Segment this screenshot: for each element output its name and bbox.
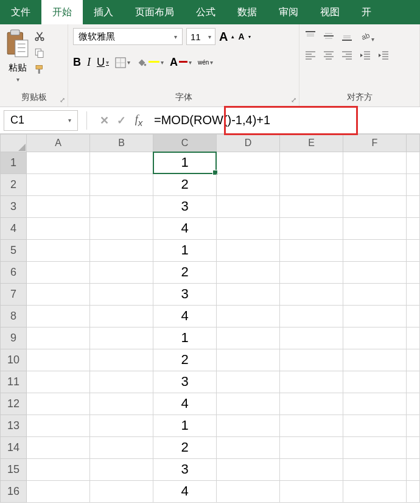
cell[interactable] — [27, 371, 90, 393]
row-header[interactable]: 11 — [0, 371, 27, 393]
enter-formula-button[interactable]: ✓ — [113, 114, 130, 127]
cell[interactable] — [407, 371, 420, 393]
cell[interactable] — [407, 152, 420, 174]
cell[interactable] — [90, 306, 153, 327]
cell[interactable] — [343, 262, 407, 284]
cell[interactable] — [90, 174, 153, 196]
cell[interactable]: 2 — [153, 174, 217, 196]
align-top-button[interactable] — [304, 30, 317, 44]
row-header[interactable]: 16 — [0, 481, 27, 503]
cell[interactable] — [27, 240, 90, 262]
decrease-indent-button[interactable] — [359, 50, 371, 63]
cell[interactable] — [280, 437, 343, 459]
row-header[interactable]: 12 — [0, 393, 27, 415]
cell[interactable] — [217, 306, 280, 327]
cell[interactable] — [27, 415, 90, 437]
cell[interactable] — [407, 196, 420, 218]
column-header[interactable]: F — [343, 134, 407, 152]
cell[interactable] — [90, 349, 153, 371]
cell[interactable] — [407, 174, 420, 196]
underline-button[interactable]: U▾ — [97, 56, 109, 69]
cell[interactable] — [90, 327, 153, 349]
cell[interactable] — [407, 262, 420, 284]
italic-button[interactable]: I — [87, 56, 91, 69]
cell[interactable] — [217, 437, 280, 459]
cell[interactable] — [90, 284, 153, 306]
increase-indent-button[interactable] — [377, 50, 390, 63]
cell[interactable] — [217, 284, 280, 306]
cell[interactable] — [407, 327, 420, 349]
cell[interactable] — [90, 152, 153, 174]
cell[interactable] — [217, 459, 280, 481]
cell[interactable] — [407, 240, 420, 262]
cell[interactable] — [27, 262, 90, 284]
dialog-launcher-icon[interactable]: ⤢ — [60, 96, 65, 104]
cell[interactable] — [90, 196, 153, 218]
cell[interactable] — [280, 415, 343, 437]
cell[interactable] — [343, 240, 407, 262]
tab-review[interactable]: 审阅 — [268, 0, 309, 24]
tab-home[interactable]: 开始 — [41, 0, 83, 24]
cut-button[interactable] — [34, 30, 45, 44]
cell[interactable] — [407, 437, 420, 459]
cell[interactable] — [407, 284, 420, 306]
cell[interactable] — [217, 240, 280, 262]
cell[interactable] — [217, 196, 280, 218]
format-painter-button[interactable] — [34, 65, 45, 78]
cell[interactable] — [280, 306, 343, 327]
cell[interactable] — [407, 306, 420, 327]
cell[interactable] — [343, 459, 407, 481]
cell[interactable] — [90, 240, 153, 262]
row-header[interactable]: 14 — [0, 437, 27, 459]
row-header[interactable]: 9 — [0, 327, 27, 349]
select-all-button[interactable] — [0, 134, 27, 152]
cell[interactable] — [27, 437, 90, 459]
cell[interactable] — [280, 481, 343, 503]
cell[interactable] — [280, 349, 343, 371]
align-right-button[interactable] — [341, 50, 353, 63]
row-header[interactable]: 7 — [0, 284, 27, 306]
cell[interactable] — [90, 393, 153, 415]
borders-button[interactable]: ▾ — [115, 57, 130, 68]
cell[interactable] — [217, 327, 280, 349]
column-header[interactable]: B — [90, 134, 153, 152]
cell[interactable] — [217, 371, 280, 393]
cell[interactable] — [27, 393, 90, 415]
align-left-button[interactable] — [304, 50, 317, 63]
cell[interactable] — [217, 152, 280, 174]
cell[interactable] — [280, 196, 343, 218]
cell[interactable] — [407, 349, 420, 371]
cell[interactable] — [280, 174, 343, 196]
cell[interactable]: 1 — [153, 152, 217, 174]
name-box[interactable]: C1 ▾ — [4, 110, 78, 131]
row-header[interactable]: 10 — [0, 349, 27, 371]
tab-formulas[interactable]: 公式 — [185, 0, 226, 24]
cell[interactable] — [343, 218, 407, 240]
tab-file[interactable]: 文件 — [0, 0, 41, 24]
cell[interactable] — [280, 262, 343, 284]
cell[interactable]: 4 — [153, 393, 217, 415]
paste-button[interactable]: 粘贴 ▾ — [5, 28, 30, 83]
row-header[interactable]: 8 — [0, 306, 27, 327]
row-header[interactable]: 3 — [0, 196, 27, 218]
cell[interactable] — [343, 174, 407, 196]
cell[interactable]: 3 — [153, 459, 217, 481]
cell[interactable] — [407, 459, 420, 481]
cell[interactable] — [27, 284, 90, 306]
column-header[interactable]: C — [153, 134, 217, 152]
cell[interactable] — [343, 415, 407, 437]
cell[interactable] — [407, 481, 420, 503]
cell[interactable]: 3 — [153, 371, 217, 393]
cell[interactable] — [90, 262, 153, 284]
cell[interactable] — [343, 196, 407, 218]
cell[interactable]: 4 — [153, 218, 217, 240]
bold-button[interactable]: B — [73, 56, 81, 69]
cell[interactable] — [217, 262, 280, 284]
cell[interactable]: 3 — [153, 196, 217, 218]
cell[interactable] — [280, 218, 343, 240]
cell[interactable] — [343, 481, 407, 503]
cell[interactable] — [343, 284, 407, 306]
column-header[interactable]: A — [27, 134, 90, 152]
row-header[interactable]: 1 — [0, 152, 27, 174]
cell[interactable] — [27, 218, 90, 240]
